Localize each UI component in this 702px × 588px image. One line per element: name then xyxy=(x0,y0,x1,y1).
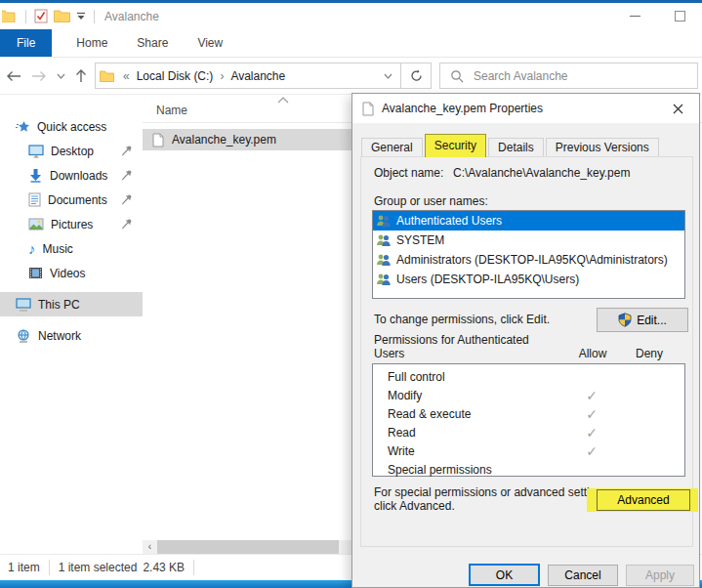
status-selection-size: 2.43 KB xyxy=(143,561,185,574)
scrollbar-thumb[interactable] xyxy=(157,540,339,554)
ribbon-tab-home[interactable]: Home xyxy=(62,29,122,57)
deny-column-header: Deny xyxy=(632,347,667,360)
permission-row-read-execute[interactable]: Read & execute ✓ xyxy=(373,404,684,423)
group-row-authenticated-users[interactable]: Authenticated Users xyxy=(373,211,684,231)
sidebar-item-desktop[interactable]: Desktop xyxy=(0,139,143,163)
refresh-icon xyxy=(410,69,423,82)
pictures-icon xyxy=(28,218,44,231)
sidebar-item-pictures[interactable]: Pictures xyxy=(0,212,143,236)
permission-row-full-control[interactable]: Full control xyxy=(373,367,684,386)
status-separator xyxy=(193,560,194,575)
allow-checkmark[interactable]: ✓ xyxy=(576,406,607,422)
sidebar-item-network[interactable]: Network xyxy=(0,323,143,348)
permission-name: Full control xyxy=(388,370,445,384)
sort-ascending-icon[interactable] xyxy=(277,97,289,104)
tab-previous-versions[interactable]: Previous Versions xyxy=(546,138,659,157)
permissions-listbox[interactable]: Full control Modify ✓ Read & execute ✓ R… xyxy=(372,363,685,477)
this-pc-icon xyxy=(16,298,31,312)
status-separator xyxy=(49,560,50,575)
horizontal-scrollbar[interactable]: ‹ xyxy=(143,540,351,554)
recent-locations-chevron-icon[interactable] xyxy=(57,73,65,79)
sidebar-item-videos[interactable]: Videos xyxy=(0,261,143,285)
explorer-window: Avalanche File Home Share View xyxy=(0,0,702,588)
file-row-avalanche-key[interactable]: Avalanche_key.pem xyxy=(143,129,352,150)
edit-hint: To change permissions, click Edit. xyxy=(374,313,550,326)
back-icon[interactable] xyxy=(6,70,21,82)
group-user-listbox[interactable]: Authenticated Users SYSTEM Administrator… xyxy=(372,210,685,299)
tab-general[interactable]: General xyxy=(361,138,423,157)
breadcrumb-truncation[interactable]: « xyxy=(123,69,130,83)
close-icon xyxy=(673,104,683,114)
edit-button-label: Edit... xyxy=(637,314,667,327)
tab-details[interactable]: Details xyxy=(488,138,544,157)
search-box[interactable]: Search Avalanche xyxy=(439,63,698,89)
navigation-buttons xyxy=(0,68,95,83)
users-icon xyxy=(376,214,392,228)
qat-separator xyxy=(25,10,26,23)
advanced-hint-line2: click Advanced. xyxy=(374,499,455,513)
status-selection-count: 1 item selected xyxy=(59,561,138,574)
ribbon-tab-view[interactable]: View xyxy=(183,29,237,57)
ok-button[interactable]: OK xyxy=(469,564,540,586)
uac-shield-icon xyxy=(618,313,632,327)
qat-separator xyxy=(94,10,95,23)
sidebar-item-label: Quick access xyxy=(37,120,106,134)
quick-access-star-icon xyxy=(16,120,30,134)
ribbon-tab-share[interactable]: Share xyxy=(122,29,183,57)
minimize-button[interactable] xyxy=(612,3,657,29)
refresh-button[interactable] xyxy=(401,63,432,89)
group-row-system[interactable]: SYSTEM xyxy=(373,231,684,250)
allow-checkmark[interactable]: ✓ xyxy=(576,443,607,459)
address-bar[interactable]: « Local Disk (C:) › Avalanche xyxy=(95,63,401,89)
group-row-users[interactable]: Users (DESKTOP-ILA95KQ\Users) xyxy=(373,270,684,289)
object-name-label: Object name: xyxy=(374,166,443,180)
permission-row-read[interactable]: Read ✓ xyxy=(373,423,684,441)
sidebar-item-this-pc[interactable]: This PC xyxy=(0,292,143,316)
group-name: Authenticated Users xyxy=(396,214,502,228)
column-header-label: Name xyxy=(156,104,187,117)
permission-name: Special permissions xyxy=(388,463,492,477)
new-folder-icon[interactable] xyxy=(54,10,70,22)
permission-row-modify[interactable]: Modify ✓ xyxy=(373,386,684,404)
customize-qat-icon[interactable] xyxy=(76,12,86,21)
music-icon: ♪ xyxy=(28,242,36,256)
sidebar-item-music[interactable]: ♪ Music xyxy=(0,236,143,261)
dialog-close-button[interactable] xyxy=(656,94,699,123)
sidebar-item-label: Network xyxy=(38,329,81,343)
edit-button[interactable]: Edit... xyxy=(597,308,688,332)
ribbon-tab-file[interactable]: File xyxy=(0,29,52,57)
cancel-button-label: Cancel xyxy=(564,568,600,582)
address-dropdown-icon[interactable] xyxy=(376,73,400,79)
breadcrumb-segment-folder[interactable]: Avalanche xyxy=(230,69,285,83)
allow-checkmark[interactable]: ✓ xyxy=(576,388,607,403)
permission-row-write[interactable]: Write ✓ xyxy=(373,441,684,460)
cancel-button[interactable]: Cancel xyxy=(548,565,618,586)
maximize-icon xyxy=(675,11,685,21)
tab-security[interactable]: Security xyxy=(425,134,486,157)
breadcrumb-separator[interactable]: › xyxy=(220,69,224,83)
quick-access-toolbar xyxy=(2,9,97,23)
users-icon xyxy=(376,273,392,286)
desktop-icon xyxy=(28,145,44,158)
maximize-button[interactable] xyxy=(657,3,702,29)
advanced-button[interactable]: Advanced xyxy=(597,489,690,511)
apply-button[interactable]: Apply xyxy=(626,565,694,586)
sidebar-item-label: Pictures xyxy=(51,218,93,231)
address-bar-row: « Local Disk (C:) › Avalanche Search Ava… xyxy=(0,58,702,95)
forward-icon[interactable] xyxy=(31,70,47,82)
group-row-administrators[interactable]: Administrators (DESKTOP-ILA95KQ\Administ… xyxy=(373,250,684,270)
permission-row-special-permissions[interactable]: Special permissions xyxy=(373,460,684,479)
pin-icon xyxy=(121,218,133,230)
properties-check-icon[interactable] xyxy=(34,9,48,23)
sidebar-item-quick-access[interactable]: Quick access xyxy=(0,114,143,139)
scroll-left-icon[interactable]: ‹ xyxy=(143,540,157,554)
breadcrumb-segment-drive[interactable]: Local Disk (C:) xyxy=(137,69,214,83)
group-name: Users (DESKTOP-ILA95KQ\Users) xyxy=(396,273,579,286)
allow-checkmark[interactable]: ✓ xyxy=(576,425,607,441)
up-icon[interactable] xyxy=(75,68,87,83)
sidebar-item-documents[interactable]: Documents xyxy=(0,188,143,212)
allow-column-header: Allow xyxy=(575,347,610,360)
sidebar-item-downloads[interactable]: Downloads xyxy=(0,163,143,188)
window-controls xyxy=(612,3,702,29)
ok-button-label: OK xyxy=(496,568,513,582)
